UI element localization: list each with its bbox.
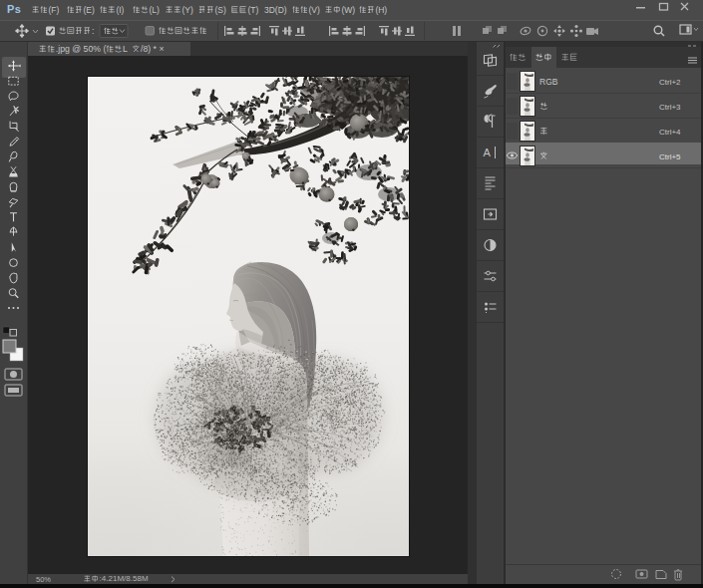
- svg-text:(S): (S): [214, 5, 226, 15]
- svg-text:(F): (F): [48, 5, 59, 15]
- svg-text:(I): (I): [116, 5, 124, 15]
- svg-text:3D(D): 3D(D): [264, 5, 287, 15]
- svg-text::: :: [92, 26, 95, 36]
- svg-text:(T): (T): [247, 5, 258, 15]
- svg-text:/8) * ×: /8) * ×: [141, 44, 165, 54]
- svg-text:(E): (E): [83, 5, 95, 15]
- svg-text:.jpg @ 50% (: .jpg @ 50% (: [56, 44, 107, 54]
- svg-text:(L): (L): [149, 5, 160, 15]
- svg-text:A: A: [484, 147, 492, 158]
- svg-text::4.21M/8.58M: :4.21M/8.58M: [100, 574, 149, 583]
- svg-text:(H): (H): [375, 5, 387, 15]
- svg-text:(Y): (Y): [181, 5, 193, 15]
- svg-text:L: L: [123, 44, 128, 54]
- svg-text:(W): (W): [341, 5, 355, 15]
- svg-text:(V): (V): [308, 5, 320, 15]
